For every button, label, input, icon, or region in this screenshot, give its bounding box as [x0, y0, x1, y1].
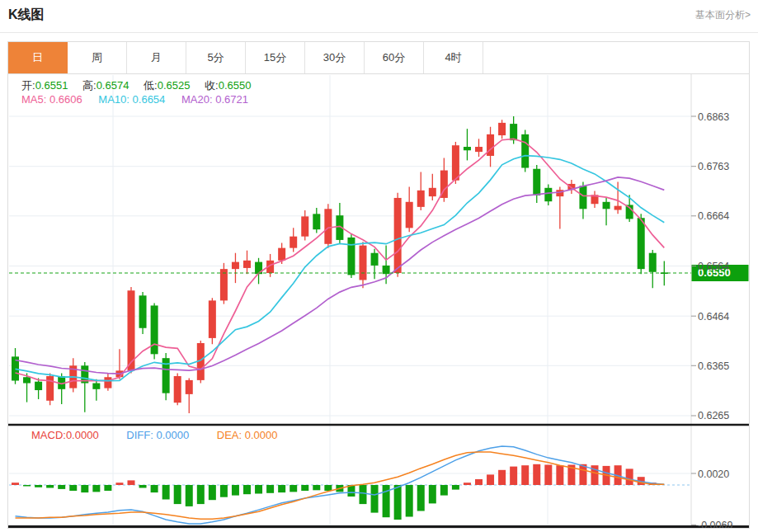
diff-value-legend: DIFF: 0.0000 [126, 429, 189, 441]
page-title: K线图 [8, 7, 45, 24]
macd-histogram [12, 464, 657, 520]
svg-text:0.6365: 0.6365 [698, 360, 729, 372]
svg-text:0.6763: 0.6763 [698, 161, 729, 172]
tab-30min[interactable]: 30分 [305, 42, 365, 73]
svg-text:0.6464: 0.6464 [698, 311, 729, 322]
open-value: 0.6551 [35, 79, 68, 92]
dea-value-legend: DEA: 0.0000 [217, 429, 278, 441]
gridlines [9, 73, 691, 528]
kline-chart-canvas[interactable]: 0.65500.68630.67630.66640.65640.64640.63… [8, 73, 749, 528]
fundamental-analysis-link[interactable]: 基本面分析> [695, 8, 751, 22]
tab-5min[interactable]: 5分 [186, 42, 246, 73]
plot-area[interactable]: 0.65500.68630.67630.66640.65640.64640.63… [8, 73, 749, 528]
macd-legend: MACD:0.0000 DIFF: 0.0000 DEA: 0.0000 [31, 429, 278, 441]
tab-day[interactable]: 日 [8, 42, 68, 73]
ma20-legend: MA20: 0.6721 [181, 93, 248, 106]
svg-text:0.6564: 0.6564 [698, 261, 729, 272]
tab-week[interactable]: 周 [68, 42, 127, 73]
tab-month[interactable]: 月 [127, 42, 186, 73]
ma5-legend: MA5: 0.6606 [21, 93, 82, 106]
chart-container: 日 周 月 5分 15分 30分 60分 4时 0.65500.68630.67… [7, 41, 750, 529]
svg-text:0.6265: 0.6265 [698, 410, 729, 421]
kline-page: { "header": { "title": "K线图", "analysis_… [0, 0, 758, 532]
ma-legend: MA5: 0.6606 MA10: 0.6654 MA20: 0.6721 [21, 93, 248, 106]
tab-4hour[interactable]: 4时 [424, 42, 483, 73]
close-value: 0.6550 [219, 79, 252, 92]
ma10-legend: MA10: 0.6654 [98, 93, 165, 106]
close-label: 收: [205, 79, 219, 92]
page-header: K线图 基本面分析> [0, 0, 758, 33]
low-value: 0.6525 [158, 79, 191, 92]
macd-axis: 0.0020-0.0069 [691, 468, 732, 529]
svg-text:0.6664: 0.6664 [698, 210, 729, 222]
low-label: 低: [144, 79, 158, 92]
tab-15min[interactable]: 15分 [246, 42, 305, 73]
ohlc-legend: 开:0.6551 高:0.6574 低:0.6525 收:0.6550 [21, 78, 262, 93]
period-tab-bar: 日 周 月 5分 15分 30分 60分 4时 [8, 42, 749, 74]
tab-60min[interactable]: 60分 [365, 42, 424, 73]
svg-text:0.6863: 0.6863 [698, 111, 729, 123]
high-value: 0.6574 [97, 79, 129, 92]
svg-text:0.0020: 0.0020 [698, 468, 729, 480]
candlesticks [12, 116, 668, 413]
macd-value-legend: MACD:0.0000 [31, 429, 99, 441]
svg-text:-0.0069: -0.0069 [698, 520, 732, 528]
high-label: 高: [82, 79, 97, 92]
open-label: 开: [21, 79, 35, 92]
